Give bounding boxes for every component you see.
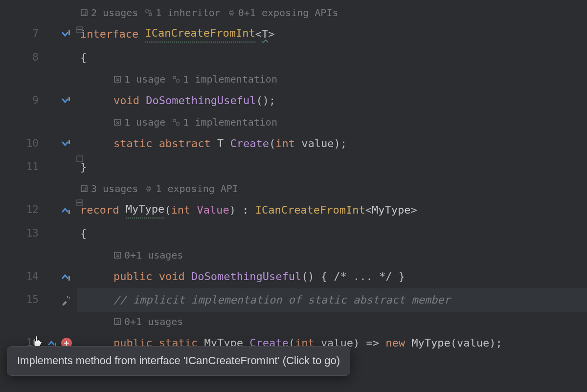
gutter-line-12[interactable]: 12 (0, 198, 77, 222)
svg-rect-16 (173, 119, 176, 122)
api-icon (227, 9, 235, 17)
implementing-up-icon[interactable] (60, 271, 72, 283)
fold-minus-icon[interactable] (76, 26, 83, 33)
usages-icon (113, 118, 121, 126)
fold-end-icon[interactable] (76, 155, 83, 162)
implementation-icon (172, 118, 180, 126)
gutter-line-8[interactable]: 8 (0, 46, 77, 69)
code-line[interactable]: record MyType(int Value) : ICanCreateFro… (77, 198, 587, 222)
implementation-icon (172, 75, 180, 83)
editor-code[interactable]: 2 usages 1 inheritor 0+1 exposing APIs i… (77, 0, 587, 392)
code-lens[interactable]: 0+1 usages (77, 312, 587, 331)
code-line[interactable]: } (77, 155, 587, 179)
svg-rect-13 (173, 76, 176, 79)
code-line-current[interactable]: // implicit implementation of static abs… (77, 288, 587, 312)
code-line[interactable]: interface ICanCreateFromInt<T> (77, 22, 587, 46)
gutter-line-10[interactable]: 10 (0, 132, 77, 155)
gutter-line-9[interactable]: 9 (0, 89, 77, 112)
svg-rect-10 (146, 10, 148, 12)
code-line[interactable]: { (77, 46, 587, 69)
implemented-down-icon[interactable] (60, 138, 72, 150)
api-icon (145, 185, 153, 193)
code-lens[interactable]: 1 usage 1 implementation (77, 69, 587, 89)
implemented-down-icon[interactable] (60, 95, 72, 107)
code-line[interactable]: { (77, 222, 587, 245)
code-lens[interactable]: 1 usage 1 implementation (77, 112, 587, 132)
usages-icon (113, 75, 121, 83)
code-line[interactable]: static abstract T Create(int value); (77, 132, 587, 155)
inheritor-icon (145, 9, 153, 17)
implemented-down-icon[interactable] (60, 28, 72, 40)
svg-rect-0 (68, 30, 70, 35)
usages-icon (113, 251, 121, 259)
gutter-line-11[interactable]: 11 (0, 155, 77, 179)
implementing-up-icon[interactable] (60, 204, 72, 216)
usages-icon (113, 318, 121, 326)
fold-minus-icon[interactable] (76, 199, 83, 206)
gutter-line-7[interactable]: 7 (0, 22, 77, 46)
svg-rect-14 (177, 80, 179, 82)
gutter-line-14[interactable]: 14 (0, 265, 77, 288)
svg-rect-3 (68, 210, 70, 214)
code-line[interactable]: void DoSomethingUseful(); (77, 89, 587, 112)
gutter-line-13[interactable]: 13 (0, 222, 77, 245)
svg-rect-17 (177, 123, 179, 125)
hammer-icon[interactable] (61, 295, 72, 305)
code-lens[interactable]: 3 usages 1 exposing API (77, 179, 587, 198)
code-lens[interactable]: 0+1 usages (77, 245, 587, 265)
code-lens[interactable]: 2 usages 1 inheritor 0+1 exposing APIs (77, 3, 587, 22)
svg-rect-11 (149, 13, 152, 16)
tooltip[interactable]: Implements method from interface 'ICanCr… (7, 346, 350, 376)
svg-rect-4 (68, 276, 70, 281)
code-line[interactable]: public void DoSomethingUseful() { /* ...… (77, 265, 587, 288)
editor-gutter: 7 8 9 10 (0, 0, 77, 392)
gutter-line-15[interactable]: 15 (0, 288, 77, 312)
svg-rect-1 (68, 97, 70, 101)
svg-rect-7 (77, 156, 83, 162)
svg-rect-2 (68, 140, 70, 144)
